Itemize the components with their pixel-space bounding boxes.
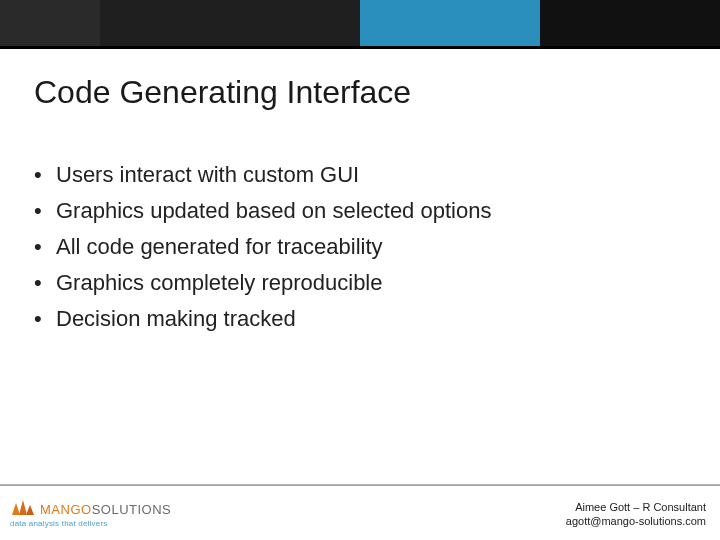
brand-tagline: data analysis that delivers bbox=[10, 519, 171, 528]
bullet-icon: • bbox=[34, 268, 56, 298]
list-item: • Decision making tracked bbox=[34, 304, 674, 334]
list-item-text: Graphics updated based on selected optio… bbox=[56, 196, 491, 226]
bullet-icon: • bbox=[34, 304, 56, 334]
brand-word-1: MANGO bbox=[40, 502, 92, 517]
brand-logo: MANGOSOLUTIONS data analysis that delive… bbox=[10, 497, 171, 528]
list-item: • All code generated for traceability bbox=[34, 232, 674, 262]
list-item-text: Decision making tracked bbox=[56, 304, 296, 334]
header-segment bbox=[540, 0, 720, 46]
bullet-list: • Users interact with custom GUI • Graph… bbox=[34, 160, 674, 340]
brand-name: MANGOSOLUTIONS bbox=[40, 502, 171, 517]
list-item: • Graphics completely reproducible bbox=[34, 268, 674, 298]
header-color-bar bbox=[0, 0, 720, 46]
list-item-text: All code generated for traceability bbox=[56, 232, 383, 262]
brand-word-2: SOLUTIONS bbox=[92, 502, 172, 517]
list-item-text: Users interact with custom GUI bbox=[56, 160, 359, 190]
header-segment bbox=[0, 0, 100, 46]
list-item: • Graphics updated based on selected opt… bbox=[34, 196, 674, 226]
slide-title: Code Generating Interface bbox=[34, 74, 411, 111]
list-item: • Users interact with custom GUI bbox=[34, 160, 674, 190]
slide: Code Generating Interface • Users intera… bbox=[0, 0, 720, 540]
mango-icon bbox=[10, 497, 36, 517]
bullet-icon: • bbox=[34, 160, 56, 190]
author-email: agott@mango-solutions.com bbox=[566, 514, 706, 528]
list-item-text: Graphics completely reproducible bbox=[56, 268, 383, 298]
header-underline bbox=[0, 46, 720, 49]
header-segment bbox=[100, 0, 360, 46]
author-line: Aimee Gott – R Consultant bbox=[566, 500, 706, 514]
bullet-icon: • bbox=[34, 196, 56, 226]
bullet-icon: • bbox=[34, 232, 56, 262]
footer-credit: Aimee Gott – R Consultant agott@mango-so… bbox=[566, 500, 706, 528]
header-segment bbox=[360, 0, 540, 46]
footer-divider bbox=[0, 484, 720, 486]
